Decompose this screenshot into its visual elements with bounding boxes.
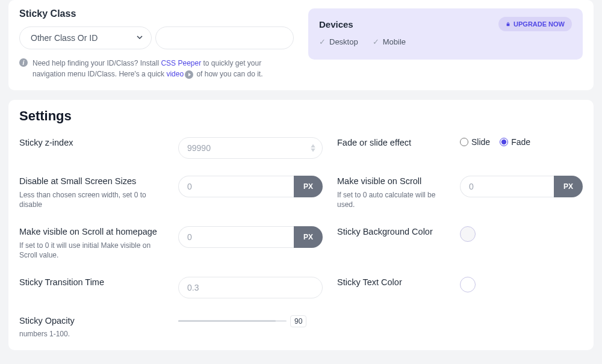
px-unit: PX — [294, 226, 323, 248]
bg-color-swatch[interactable] — [460, 226, 476, 242]
text-color-label: Sticky Text Color — [337, 277, 445, 289]
settings-title: Settings — [19, 108, 583, 124]
transition-input[interactable] — [178, 277, 323, 298]
zindex-label: Sticky z-index — [19, 137, 164, 149]
sticky-class-title: Sticky Class — [19, 8, 294, 19]
info-icon: i — [19, 58, 28, 67]
make-visible-input[interactable] — [460, 176, 554, 197]
bg-color-control — [460, 226, 583, 242]
opacity-label: Sticky Opacity numbers 1-100. — [19, 315, 164, 339]
lock-icon — [506, 22, 510, 26]
play-icon — [185, 70, 193, 79]
transition-label: Sticky Transition Time — [19, 277, 164, 289]
px-unit: PX — [554, 176, 583, 197]
sticky-class-card: Sticky Class Other Class Or ID i Need he… — [8, 0, 594, 90]
make-visible-control: PX — [460, 176, 583, 197]
make-visible-home-label: Make visible on Scroll at homepage If se… — [19, 226, 164, 260]
opacity-slider[interactable] — [178, 320, 287, 322]
zindex-control — [178, 137, 323, 159]
sticky-class-select-wrap: Other Class Or ID — [19, 26, 152, 49]
disable-small-label: Disable at Small Screen Sizes Less than … — [19, 176, 164, 209]
devices-title: Devices — [319, 19, 353, 29]
sticky-class-custom-input[interactable] — [155, 26, 294, 49]
make-visible-home-control: PX — [178, 226, 323, 248]
opacity-value: 90 — [290, 315, 306, 327]
device-desktop: ✓Desktop — [319, 37, 358, 46]
settings-card: Settings Sticky z-index Fade or slide ef… — [8, 100, 594, 350]
sticky-class-select[interactable]: Other Class Or ID — [19, 26, 152, 49]
device-mobile: ✓Mobile — [373, 37, 406, 46]
zindex-input[interactable] — [178, 137, 323, 159]
opacity-control: 90 — [178, 315, 323, 327]
upgrade-now-button[interactable]: UPGRADE NOW — [498, 17, 572, 31]
px-unit: PX — [294, 176, 323, 197]
effect-label: Fade or slide effect — [337, 137, 445, 149]
text-color-control — [460, 277, 583, 292]
upgrade-label: UPGRADE NOW — [514, 20, 565, 28]
radio-fade[interactable]: Fade — [500, 137, 530, 147]
effect-radios: Slide Fade — [460, 137, 583, 147]
transition-control — [178, 277, 323, 298]
text-color-swatch[interactable] — [460, 277, 476, 292]
bg-color-label: Sticky Background Color — [337, 226, 445, 238]
disable-small-control: PX — [178, 176, 323, 197]
stepper-icon[interactable] — [311, 144, 315, 152]
radio-slide[interactable]: Slide — [460, 137, 490, 147]
sticky-class-section: Sticky Class Other Class Or ID i Need he… — [19, 8, 294, 79]
devices-section: Devices UPGRADE NOW ✓Desktop ✓Mobile — [308, 8, 583, 79]
helper-text: of how you can do it. — [194, 70, 262, 78]
disable-small-input[interactable] — [178, 176, 294, 197]
check-icon: ✓ — [319, 37, 326, 46]
sticky-class-helper: i Need help finding your ID/Class? Insta… — [19, 58, 294, 79]
css-peeper-link[interactable]: CSS Peeper — [161, 59, 201, 67]
video-link[interactable]: video — [166, 70, 184, 78]
make-visible-home-input[interactable] — [178, 226, 294, 248]
check-icon: ✓ — [373, 37, 379, 46]
helper-text: Need help finding your ID/Class? Install — [33, 59, 161, 67]
make-visible-label: Make visible on Scroll If set to 0 auto … — [337, 176, 445, 209]
